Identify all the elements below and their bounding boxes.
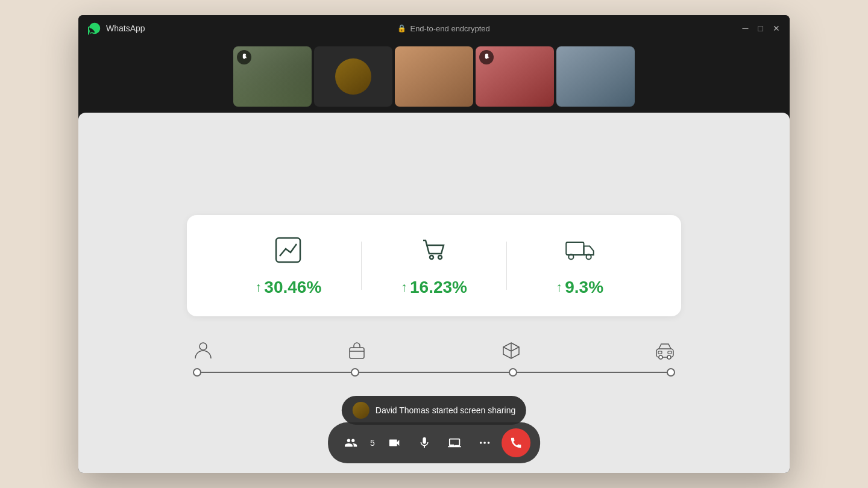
encrypted-label: 🔒 End-to-end endcrypted (397, 24, 489, 33)
svg-rect-11 (658, 351, 662, 354)
screen-share-area: ↑ 30.46% ↑ (78, 113, 790, 473)
svg-point-6 (200, 343, 207, 350)
main-content: ↑ 30.46% ↑ (78, 113, 790, 473)
timeline-box-icon (501, 340, 521, 363)
svg-rect-12 (668, 351, 671, 354)
timeline-dot-1 (193, 368, 201, 377)
stat-value-cart: ↑ 16.23% (401, 278, 467, 297)
whatsapp-logo (88, 22, 101, 35)
notification-text: David Thomas started screen sharing (376, 405, 515, 415)
timeline-dot-4 (667, 368, 675, 377)
window-controls[interactable]: ─ □ ✕ (743, 24, 780, 33)
timeline-section (187, 340, 681, 377)
app-title: WhatsApp (106, 23, 145, 33)
truck-icon (564, 234, 596, 268)
participant-thumb-3 (395, 46, 473, 107)
mute-badge-1 (237, 50, 251, 64)
stats-card: ↑ 30.46% ↑ (187, 215, 681, 316)
david-avatar-thumb (335, 58, 371, 95)
svg-point-9 (659, 355, 662, 359)
timeline-line-3 (517, 372, 667, 373)
svg-rect-3 (566, 242, 583, 255)
microphone-button[interactable] (411, 430, 438, 456)
timeline-dot-2 (351, 368, 359, 377)
call-controls[interactable]: 5 (328, 422, 540, 463)
stat-value-truck: ↑ 9.3% (556, 278, 603, 297)
maximize-button[interactable]: □ (758, 24, 763, 33)
stat-item-cart: ↑ 16.23% (362, 234, 507, 297)
participant-thumb-4 (476, 46, 554, 107)
svg-point-2 (438, 255, 442, 259)
mute-badge-4 (479, 50, 494, 64)
stat-item-truck: ↑ 9.3% (507, 234, 652, 297)
participant-thumb-1 (233, 46, 312, 107)
timeline-line-2 (359, 372, 509, 373)
timeline-icons (187, 340, 681, 363)
chart-icon (272, 234, 304, 268)
screen-share-notification: David Thomas started screen sharing (342, 396, 526, 425)
timeline-line-1 (201, 372, 351, 373)
titlebar: WhatsApp 🔒 End-to-end endcrypted ─ □ ✕ (78, 15, 790, 42)
timeline-bag-icon (347, 340, 367, 363)
cart-icon (418, 234, 450, 268)
participants-count: 5 (368, 438, 377, 448)
participant-thumb-5 (556, 46, 635, 107)
lock-icon: 🔒 (397, 24, 406, 33)
svg-rect-7 (350, 348, 364, 358)
timeline-dot-3 (509, 368, 517, 377)
svg-point-13 (480, 442, 482, 444)
app-window: WhatsApp 🔒 End-to-end endcrypted ─ □ ✕ (78, 15, 790, 473)
camera-button[interactable] (381, 430, 407, 456)
stat-value-chart: ↑ 30.46% (255, 278, 321, 297)
participants-button[interactable] (338, 430, 364, 456)
timeline-car-icon (655, 340, 675, 363)
svg-point-10 (667, 355, 671, 359)
timeline-track (187, 368, 681, 377)
svg-point-15 (487, 442, 489, 444)
participants-strip (78, 42, 790, 113)
screen-share-button[interactable] (441, 430, 468, 456)
svg-point-1 (430, 255, 433, 259)
close-button[interactable]: ✕ (773, 24, 780, 33)
notif-avatar (353, 402, 370, 419)
participant-thumb-2 (314, 46, 392, 107)
svg-point-14 (483, 442, 486, 444)
end-call-button[interactable] (502, 428, 530, 457)
more-button[interactable] (471, 430, 498, 456)
titlebar-left: WhatsApp (88, 22, 145, 35)
stat-item-chart: ↑ 30.46% (216, 234, 361, 297)
minimize-button[interactable]: ─ (743, 24, 749, 33)
timeline-person-icon (193, 340, 213, 363)
